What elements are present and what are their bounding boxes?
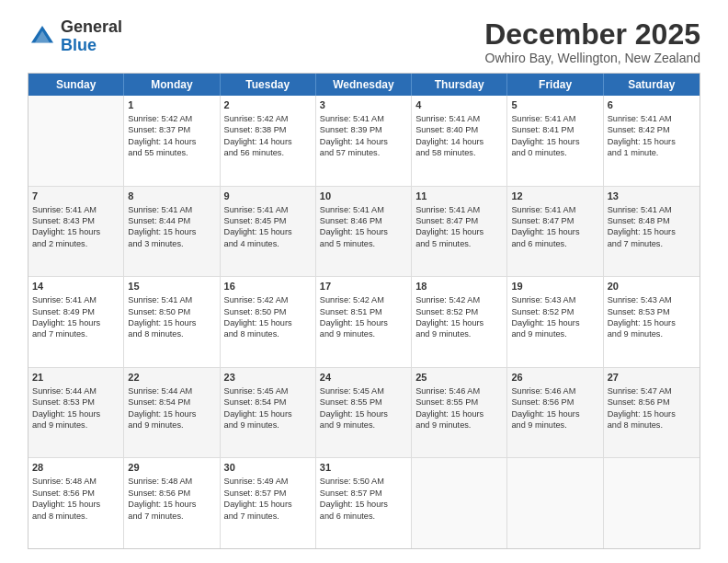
logo-line2: Blue (61, 37, 122, 55)
calendar-cell: 11Sunrise: 5:41 AM Sunset: 8:47 PM Dayli… (412, 187, 507, 277)
day-info: Sunrise: 5:41 AM Sunset: 8:49 PM Dayligh… (32, 295, 100, 339)
day-number: 22 (128, 371, 215, 385)
day-number: 23 (224, 371, 312, 385)
calendar-cell (412, 458, 507, 548)
day-info: Sunrise: 5:44 AM Sunset: 8:54 PM Dayligh… (128, 386, 196, 430)
day-info: Sunrise: 5:41 AM Sunset: 8:50 PM Dayligh… (128, 295, 196, 339)
day-info: Sunrise: 5:42 AM Sunset: 8:38 PM Dayligh… (224, 114, 292, 157)
day-info: Sunrise: 5:45 AM Sunset: 8:55 PM Dayligh… (320, 386, 388, 430)
calendar-cell: 1Sunrise: 5:42 AM Sunset: 8:37 PM Daylig… (124, 96, 220, 186)
calendar-cell: 8Sunrise: 5:41 AM Sunset: 8:44 PM Daylig… (124, 187, 220, 277)
calendar-cell: 31Sunrise: 5:50 AM Sunset: 8:57 PM Dayli… (316, 458, 412, 548)
day-info: Sunrise: 5:44 AM Sunset: 8:53 PM Dayligh… (32, 386, 100, 430)
calendar-cell: 27Sunrise: 5:47 AM Sunset: 8:56 PM Dayli… (604, 368, 700, 458)
calendar-cell: 15Sunrise: 5:41 AM Sunset: 8:50 PM Dayli… (124, 277, 220, 367)
day-info: Sunrise: 5:41 AM Sunset: 8:44 PM Dayligh… (128, 205, 196, 248)
day-info: Sunrise: 5:48 AM Sunset: 8:56 PM Dayligh… (32, 477, 100, 520)
day-info: Sunrise: 5:41 AM Sunset: 8:48 PM Dayligh… (608, 205, 676, 248)
day-info: Sunrise: 5:48 AM Sunset: 8:56 PM Dayligh… (128, 477, 196, 520)
calendar-cell: 17Sunrise: 5:42 AM Sunset: 8:51 PM Dayli… (316, 277, 412, 367)
day-number: 15 (128, 280, 215, 293)
day-number: 3 (320, 98, 407, 112)
day-number: 24 (320, 371, 407, 385)
day-number: 14 (32, 280, 119, 293)
day-info: Sunrise: 5:41 AM Sunset: 8:42 PM Dayligh… (608, 114, 676, 157)
calendar-cell: 19Sunrise: 5:43 AM Sunset: 8:52 PM Dayli… (507, 277, 603, 367)
day-info: Sunrise: 5:41 AM Sunset: 8:47 PM Dayligh… (511, 205, 579, 248)
day-number: 31 (320, 461, 407, 475)
main-title: December 2025 (484, 18, 700, 51)
day-number: 9 (224, 190, 312, 203)
day-info: Sunrise: 5:41 AM Sunset: 8:47 PM Dayligh… (415, 205, 483, 248)
calendar-cell (604, 458, 700, 548)
day-number: 5 (511, 98, 598, 112)
day-info: Sunrise: 5:42 AM Sunset: 8:52 PM Dayligh… (415, 295, 483, 339)
day-number: 1 (128, 98, 215, 112)
calendar-day-header: Tuesday (221, 74, 316, 96)
day-number: 16 (224, 280, 312, 293)
logo: General Blue (28, 18, 122, 55)
day-number: 6 (608, 98, 696, 112)
day-number: 17 (320, 280, 407, 293)
subtitle: Owhiro Bay, Wellington, New Zealand (484, 51, 700, 65)
day-info: Sunrise: 5:41 AM Sunset: 8:45 PM Dayligh… (224, 205, 292, 248)
calendar-cell: 5Sunrise: 5:41 AM Sunset: 8:41 PM Daylig… (507, 96, 603, 186)
day-number: 20 (608, 280, 696, 293)
day-number: 18 (415, 280, 503, 293)
calendar-day-header: Monday (124, 74, 220, 96)
day-number: 10 (320, 190, 407, 203)
day-number: 13 (608, 190, 696, 203)
day-number: 12 (511, 190, 598, 203)
calendar-cell: 21Sunrise: 5:44 AM Sunset: 8:53 PM Dayli… (28, 368, 124, 458)
day-info: Sunrise: 5:41 AM Sunset: 8:46 PM Dayligh… (320, 205, 388, 248)
day-number: 29 (128, 461, 215, 475)
calendar-cell: 14Sunrise: 5:41 AM Sunset: 8:49 PM Dayli… (28, 277, 124, 367)
calendar-cell: 29Sunrise: 5:48 AM Sunset: 8:56 PM Dayli… (124, 458, 220, 548)
day-info: Sunrise: 5:42 AM Sunset: 8:51 PM Dayligh… (320, 295, 388, 339)
calendar-cell: 2Sunrise: 5:42 AM Sunset: 8:38 PM Daylig… (221, 96, 316, 186)
day-info: Sunrise: 5:45 AM Sunset: 8:54 PM Dayligh… (224, 386, 292, 430)
day-number: 4 (415, 98, 503, 112)
day-number: 7 (32, 190, 119, 203)
day-number: 25 (415, 371, 503, 385)
calendar-cell: 24Sunrise: 5:45 AM Sunset: 8:55 PM Dayli… (316, 368, 412, 458)
title-block: December 2025 Owhiro Bay, Wellington, Ne… (484, 18, 700, 65)
calendar-cell: 26Sunrise: 5:46 AM Sunset: 8:56 PM Dayli… (507, 368, 603, 458)
calendar-cell: 18Sunrise: 5:42 AM Sunset: 8:52 PM Dayli… (412, 277, 507, 367)
day-info: Sunrise: 5:47 AM Sunset: 8:56 PM Dayligh… (608, 386, 676, 430)
calendar-cell: 6Sunrise: 5:41 AM Sunset: 8:42 PM Daylig… (604, 96, 700, 186)
logo-text: General Blue (61, 18, 122, 55)
calendar-cell: 20Sunrise: 5:43 AM Sunset: 8:53 PM Dayli… (604, 277, 700, 367)
calendar-day-header: Friday (507, 74, 603, 96)
day-info: Sunrise: 5:42 AM Sunset: 8:50 PM Dayligh… (224, 295, 292, 339)
calendar-cell: 30Sunrise: 5:49 AM Sunset: 8:57 PM Dayli… (221, 458, 316, 548)
calendar-week-row: 14Sunrise: 5:41 AM Sunset: 8:49 PM Dayli… (28, 277, 700, 368)
calendar-week-row: 28Sunrise: 5:48 AM Sunset: 8:56 PM Dayli… (28, 458, 700, 548)
day-number: 28 (32, 461, 119, 475)
calendar-cell: 9Sunrise: 5:41 AM Sunset: 8:45 PM Daylig… (221, 187, 316, 277)
day-info: Sunrise: 5:46 AM Sunset: 8:56 PM Dayligh… (511, 386, 579, 430)
logo-line1: General (61, 18, 122, 37)
day-number: 27 (608, 371, 696, 385)
calendar-week-row: 21Sunrise: 5:44 AM Sunset: 8:53 PM Dayli… (28, 368, 700, 459)
day-info: Sunrise: 5:43 AM Sunset: 8:52 PM Dayligh… (511, 295, 579, 339)
day-number: 19 (511, 280, 598, 293)
calendar-cell (28, 96, 124, 186)
calendar-cell: 3Sunrise: 5:41 AM Sunset: 8:39 PM Daylig… (316, 96, 412, 186)
calendar: SundayMondayTuesdayWednesdayThursdayFrid… (28, 73, 700, 549)
day-info: Sunrise: 5:41 AM Sunset: 8:43 PM Dayligh… (32, 205, 100, 248)
calendar-day-header: Sunday (28, 74, 124, 96)
day-number: 11 (415, 190, 503, 203)
header: General Blue December 2025 Owhiro Bay, W… (28, 18, 700, 65)
calendar-week-row: 1Sunrise: 5:42 AM Sunset: 8:37 PM Daylig… (28, 96, 700, 187)
calendar-cell: 7Sunrise: 5:41 AM Sunset: 8:43 PM Daylig… (28, 187, 124, 277)
day-number: 8 (128, 190, 215, 203)
day-number: 21 (32, 371, 119, 385)
day-number: 26 (511, 371, 598, 385)
calendar-header: SundayMondayTuesdayWednesdayThursdayFrid… (28, 74, 700, 96)
calendar-body: 1Sunrise: 5:42 AM Sunset: 8:37 PM Daylig… (28, 96, 700, 548)
calendar-cell: 12Sunrise: 5:41 AM Sunset: 8:47 PM Dayli… (507, 187, 603, 277)
day-info: Sunrise: 5:50 AM Sunset: 8:57 PM Dayligh… (320, 477, 388, 520)
day-info: Sunrise: 5:41 AM Sunset: 8:41 PM Dayligh… (511, 114, 579, 157)
day-number: 30 (224, 461, 312, 475)
